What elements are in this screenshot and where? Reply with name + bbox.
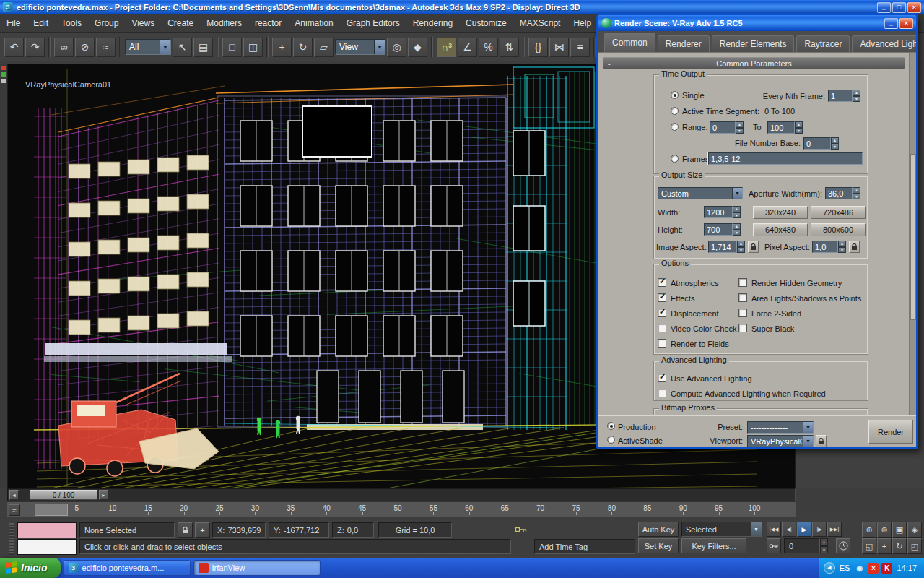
- pixel-aspect-lock-button[interactable]: [849, 241, 860, 253]
- menu-reactor[interactable]: reactor: [248, 14, 288, 33]
- percent-snap-toggle-button[interactable]: %: [479, 38, 498, 57]
- spin-down-icon[interactable]: ▼: [733, 230, 741, 236]
- spin-down-icon[interactable]: ▼: [795, 128, 803, 134]
- resolution-320x240-button[interactable]: 320x240: [753, 206, 808, 219]
- z-coordinate-field[interactable]: Z:0,0: [332, 522, 374, 538]
- spin-up-icon[interactable]: ▲: [733, 206, 741, 212]
- menu-rendering[interactable]: Rendering: [406, 14, 459, 33]
- spin-up-icon[interactable]: ▲: [853, 187, 860, 194]
- viewport-camera-label[interactable]: VRayPhysicalCamera01: [25, 80, 111, 89]
- production-radio[interactable]: [607, 422, 615, 430]
- time-configuration-button[interactable]: [836, 538, 850, 553]
- chevron-down-icon[interactable]: ▼: [751, 522, 762, 536]
- time-slider-right-arrow[interactable]: ►: [99, 490, 108, 500]
- start-button[interactable]: Inicio: [0, 558, 61, 578]
- use-pivot-point-center-button[interactable]: ◎: [387, 38, 406, 57]
- checkbox-compute-advanced-lighting-when-required[interactable]: [658, 389, 666, 397]
- select-and-move-button[interactable]: +: [272, 38, 292, 57]
- spin-up-icon[interactable]: ▲: [733, 223, 741, 230]
- window-crossing-toggle[interactable]: ◫: [243, 38, 263, 57]
- select-object-button[interactable]: ↖: [173, 38, 192, 57]
- time-slider-left-arrow[interactable]: ◄: [9, 490, 19, 500]
- width-spinner[interactable]: ▲▼: [733, 206, 741, 218]
- height-field[interactable]: 700: [704, 223, 733, 236]
- range-from-field[interactable]: 0: [710, 121, 736, 134]
- spin-down-icon[interactable]: ▼: [853, 96, 860, 103]
- tab-render-elements[interactable]: Render Elements: [712, 35, 795, 52]
- range-radio[interactable]: [671, 123, 679, 131]
- spin-up-icon[interactable]: ▲: [795, 121, 803, 128]
- menu-customize[interactable]: Customize: [459, 14, 513, 33]
- absolute-offset-mode-toggle[interactable]: +: [195, 522, 210, 538]
- current-frame-marker[interactable]: [35, 504, 68, 516]
- zoom-extents-button[interactable]: ▣: [892, 522, 907, 538]
- checkbox-displacement[interactable]: [658, 309, 666, 317]
- taskbar-task-irfanview[interactable]: IrfanView: [193, 560, 321, 576]
- current-frame-spinner[interactable]: ▲▼: [820, 538, 828, 553]
- dialog-close-button[interactable]: ×: [899, 18, 913, 29]
- pixel-aspect-spinner[interactable]: ▲▼: [838, 241, 846, 253]
- select-by-name-button[interactable]: ▤: [193, 38, 213, 57]
- file-number-base-field[interactable]: 0: [803, 137, 831, 150]
- spin-up-icon[interactable]: ▲: [820, 538, 828, 546]
- every-nth-frame-spinner[interactable]: ▲▼: [853, 90, 860, 102]
- checkbox-force-2-sided[interactable]: [738, 309, 747, 317]
- macro-recorder-field[interactable]: [17, 522, 77, 538]
- rollout-common-parameters[interactable]: - Common Parameters: [603, 57, 905, 69]
- zoom-extents-all-button[interactable]: ◈: [907, 522, 922, 538]
- arc-rotate-button[interactable]: ↻: [892, 538, 907, 554]
- spin-up-icon[interactable]: ▲: [736, 121, 744, 128]
- snaps-toggle-button[interactable]: ∩³: [437, 38, 456, 57]
- menu-group[interactable]: Group: [88, 14, 125, 33]
- spin-up-icon[interactable]: ▲: [831, 137, 839, 144]
- activeshade-radio[interactable]: [607, 436, 615, 444]
- frames-radio[interactable]: [671, 155, 679, 163]
- output-size-preset-dropdown[interactable]: Custom ▼: [658, 187, 743, 199]
- preset-dropdown[interactable]: -------------- ▼: [747, 421, 814, 434]
- checkbox-render-to-fields[interactable]: [658, 339, 666, 348]
- aperture-width-spinner[interactable]: ▲▼: [853, 187, 860, 199]
- spin-down-icon[interactable]: ▼: [737, 247, 745, 254]
- dialog-scrollbar[interactable]: [909, 53, 916, 415]
- time-slider-handle[interactable]: 0 / 100: [30, 490, 97, 500]
- rectangular-selection-region-button[interactable]: □: [222, 38, 242, 57]
- edit-named-selection-sets-button[interactable]: {}: [528, 38, 548, 57]
- render-scene-dialog[interactable]: Render Scene: V-Ray Adv 1.5 RC5 _ × Comm…: [596, 13, 918, 449]
- undo-button[interactable]: ↶: [4, 38, 24, 57]
- menu-animation[interactable]: Animation: [288, 14, 339, 33]
- menu-views[interactable]: Views: [125, 14, 161, 33]
- redo-button[interactable]: ↷: [25, 38, 45, 57]
- render-button[interactable]: Render: [868, 420, 913, 444]
- single-radio[interactable]: [671, 91, 679, 99]
- spin-up-icon[interactable]: ▲: [737, 241, 745, 247]
- zoom-all-button[interactable]: ⊛: [877, 522, 892, 538]
- file-number-base-spinner[interactable]: ▲▼: [831, 137, 839, 150]
- reference-coordinate-system-dropdown[interactable]: View▼: [335, 39, 385, 55]
- key-filters-button[interactable]: Key Filters...: [681, 538, 746, 553]
- spin-down-icon[interactable]: ▼: [820, 546, 828, 554]
- go-to-start-button[interactable]: |◀◀: [767, 522, 781, 537]
- maximize-button[interactable]: □: [892, 2, 906, 13]
- selection-filter-dropdown[interactable]: All▼: [125, 39, 171, 55]
- checkbox-use-advanced-lighting[interactable]: [658, 374, 666, 382]
- range-to-spinner[interactable]: ▲▼: [795, 121, 803, 134]
- resolution-720x486-button[interactable]: 720x486: [811, 206, 866, 219]
- antivirus-tray-icon[interactable]: K: [881, 563, 892, 574]
- spin-up-icon[interactable]: ▲: [853, 90, 860, 96]
- range-to-field[interactable]: 100: [767, 121, 795, 134]
- menu-edit[interactable]: Edit: [27, 14, 55, 33]
- spin-down-icon[interactable]: ▼: [853, 194, 860, 200]
- select-and-scale-button[interactable]: ▱: [314, 38, 334, 57]
- checkbox-render-hidden-geometry[interactable]: [738, 278, 747, 287]
- key-filter-set-dropdown[interactable]: Selected ▼: [681, 522, 762, 537]
- resolution-800x600-button[interactable]: 800x600: [811, 223, 866, 236]
- image-aspect-field[interactable]: 1,714: [708, 241, 737, 253]
- track-bar[interactable]: ≈ 51015202530354045505560657075808590951…: [7, 501, 796, 517]
- viewport-dropdown[interactable]: VRayPhysicalC... ▼: [747, 435, 814, 447]
- viewport-lock-button[interactable]: [816, 435, 827, 447]
- selection-lock-toggle[interactable]: [178, 522, 193, 538]
- network-tray-icon[interactable]: ◉: [854, 563, 865, 574]
- chevron-down-icon[interactable]: ▼: [160, 40, 170, 54]
- image-aspect-lock-button[interactable]: [748, 241, 759, 253]
- mirror-button[interactable]: ⋈: [549, 38, 569, 57]
